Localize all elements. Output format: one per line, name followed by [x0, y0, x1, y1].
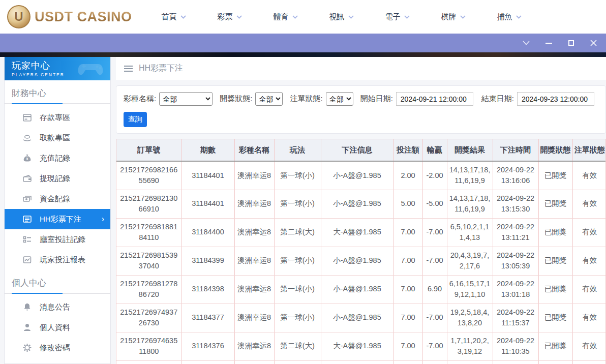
sidebar-item-recharge-record[interactable]: ¥ 充值記錄: [5, 148, 110, 168]
cell-bet-info: 小-A盤@1.985: [321, 247, 393, 275]
cell-draw-status: 已開獎: [538, 161, 572, 190]
draw-status-label: 開獎狀態:: [220, 94, 252, 104]
sidebar-item-deposit[interactable]: 存款專區: [5, 107, 110, 128]
sidebar-item-hall-bet-record[interactable]: 廳室投註記錄: [5, 229, 110, 250]
cell-bet-amount: 7.00: [393, 275, 422, 304]
nav-label: 彩票: [218, 12, 233, 22]
table-row: 2152172698188184110 31184400 澳洲幸运8 第二球(大…: [116, 218, 606, 247]
cell-draw-status: 已開獎: [538, 247, 572, 275]
cell-bet-amount: 7.00: [393, 247, 422, 275]
minimize-icon[interactable]: [544, 39, 553, 48]
cell-period: 31184398: [181, 275, 234, 304]
cell-bet-info: 小-A盤@1.985: [321, 304, 393, 332]
cell-win-loss: -7.00: [422, 332, 447, 360]
draw-status-select[interactable]: 全部: [255, 92, 283, 106]
start-date-label: 開始日期:: [360, 94, 393, 104]
logo[interactable]: U USDT CASINO: [7, 5, 132, 28]
sidebar-item-announcements[interactable]: 消息公告: [5, 297, 110, 317]
nav-item-sports[interactable]: 體育: [274, 12, 298, 22]
lottery-name-select[interactable]: 全部: [159, 92, 213, 106]
nav-item-fishing[interactable]: 捕魚: [497, 12, 522, 22]
top-header: U USDT CASINO 首頁 彩票 體育 視訊 電子 棋牌 捕魚: [0, 0, 606, 34]
nav-item-lottery[interactable]: 彩票: [218, 12, 242, 22]
chevron-down-icon: [348, 15, 354, 19]
cell-order-status: 有效: [572, 275, 606, 304]
svg-text:¥: ¥: [26, 157, 28, 161]
nav-item-slots[interactable]: 電子: [385, 12, 410, 22]
table-row: 2152172697463511800 31184376 澳洲幸运8 第二球(大…: [116, 332, 606, 360]
sidebar-item-player-bet-report[interactable]: 玩家投注報表: [5, 250, 110, 270]
cell-lottery-name: 澳洲幸运8: [234, 332, 274, 360]
col-win-loss: 輸贏: [422, 139, 447, 161]
filter-panel: 彩種名稱: 全部 開獎狀態: 全部 注單狀態: 全部 開始日期: 結束日期: 查…: [116, 85, 606, 134]
cell-win-loss: -7.00: [422, 218, 447, 247]
section-rule: [5, 103, 110, 104]
cell-lottery-name: 澳洲幸运8: [234, 218, 274, 247]
sidebar-item-withdraw[interactable]: 取款專區: [5, 128, 110, 148]
sidebar-item-change-password[interactable]: 修改密碼: [5, 338, 110, 358]
hamburger-menu-icon[interactable]: [124, 66, 133, 72]
nav-item-boardgames[interactable]: 棋牌: [441, 12, 466, 22]
start-date-input[interactable]: [396, 92, 473, 106]
sidebar-item-hh-lottery-bets[interactable]: HH彩票下注 ›: [5, 209, 110, 229]
cell-bet-time: 2024-09-22 13:05:39: [493, 247, 538, 275]
cell-period: 31184377: [181, 304, 234, 332]
cell-bet-info: 小-A盤@1.985: [321, 275, 393, 304]
sidebar-item-cashout-record[interactable]: 提現記錄: [5, 168, 110, 189]
cell-order-id: 2152172698188184110: [116, 218, 181, 247]
chevron-down-icon: [404, 15, 410, 19]
sidebar: 玩家中心 PLAYERS CENTER 財務中心 存款專區 取款專區 ¥ 充值記…: [4, 57, 111, 364]
cell-bet-amount: 2.00: [393, 161, 422, 190]
section-title-finance: 財務中心: [5, 80, 110, 103]
table-row: 2152172698216655690 31184401 澳洲幸运8 第一球(小…: [116, 161, 606, 190]
col-draw-result: 開獎結果: [447, 139, 493, 161]
sidebar-item-label: 提現記錄: [40, 174, 70, 184]
cell-lottery-name: 澳洲幸运8: [234, 247, 274, 275]
cell-draw-result: 14,13,17,18,11,6,19,9: [447, 161, 493, 190]
col-bet-time: 下注時間: [493, 139, 538, 161]
sidebar-item-label: 取款專區: [40, 133, 70, 143]
cell-bet-time: 2024-09-22 11:10:35: [493, 332, 538, 360]
end-date-input[interactable]: [517, 92, 594, 106]
collapse-chevron-icon[interactable]: [522, 39, 531, 48]
sidebar-item-funds-record[interactable]: 資金記錄: [5, 189, 110, 209]
background-strip: [0, 52, 606, 57]
nav-label: 棋牌: [441, 12, 457, 22]
cell-play-type: 第一球(小): [274, 247, 321, 275]
sidebar-item-label: 消息公告: [40, 302, 70, 312]
nav-label: 視訊: [329, 12, 345, 22]
nav-item-video[interactable]: 視訊: [329, 12, 354, 22]
maximize-icon[interactable]: [566, 39, 575, 48]
cell-win-loss: -7.00: [422, 304, 447, 332]
cell-lottery-name: 澳洲幸运8: [234, 190, 274, 218]
cell-bet-amount: 7.00: [393, 332, 422, 360]
cell-order-status: 有效: [572, 161, 606, 190]
close-icon[interactable]: [589, 39, 598, 48]
col-bet-amount: 投注額: [393, 139, 422, 161]
col-bet-info: 下注信息: [321, 139, 393, 161]
cell-play-type: 第一球(小): [274, 304, 321, 332]
cell-bet-time: 2024-09-22 13:11:21: [493, 218, 538, 247]
order-status-select[interactable]: 全部: [326, 92, 353, 106]
cell-draw-result: 1,7,11,20,2,3,19,12: [447, 332, 493, 360]
cell-order-id: 2152172697493726730: [116, 304, 181, 332]
cell-period: 31184399: [181, 247, 234, 275]
cell-draw-result: 20,4,3,19,7,2,17,6: [447, 247, 493, 275]
nav-item-home[interactable]: 首頁: [162, 12, 186, 22]
chevron-down-icon: [180, 15, 186, 19]
cell-order-id: 2152172698127886720: [116, 275, 181, 304]
cell-play-type: 第一球(小): [274, 161, 321, 190]
window-titlebar: [0, 34, 606, 52]
cell-order-status: 有效: [572, 190, 606, 218]
search-button[interactable]: 查詢: [124, 112, 147, 127]
cell-order-status: 有效: [572, 218, 606, 247]
cell-win-loss: -5.00: [422, 190, 447, 218]
sidebar-item-profile[interactable]: 個人資料: [5, 317, 110, 338]
sidebar-item-label: 存款專區: [40, 113, 70, 123]
table-row: 2152172697493726730 31184377 澳洲幸运8 第一球(小…: [116, 304, 606, 332]
banknotes-icon: [23, 195, 32, 203]
cell-bet-time: 2024-09-22 13:01:18: [493, 275, 538, 304]
cell-lottery-name: 澳洲幸运8: [234, 275, 274, 304]
cell-draw-result: 19,2,5,18,4,13,8,20: [447, 304, 493, 332]
breadcrumb: HH彩票下注: [116, 57, 606, 80]
